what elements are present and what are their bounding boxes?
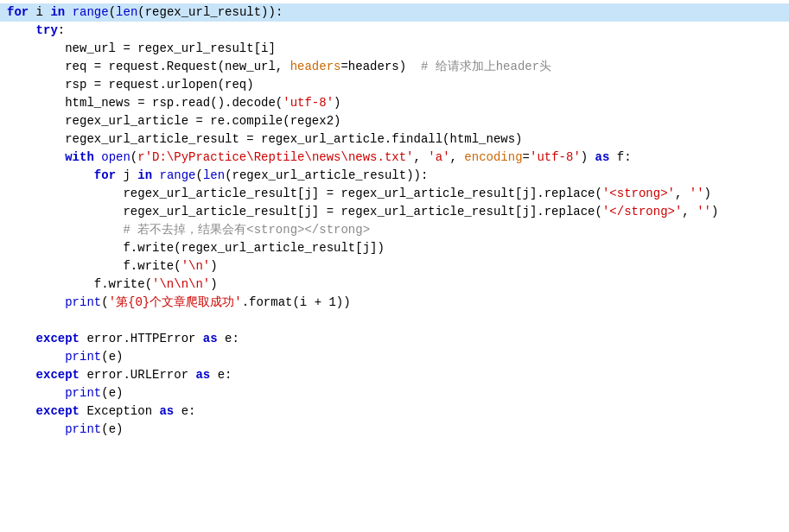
code-line-5: rsp = request.urlopen(req): [0, 76, 789, 94]
keyword-in2: in: [137, 167, 152, 185]
code-line-7: regex_url_article = re.compile(regex2): [0, 112, 789, 130]
builtin-len2: len: [203, 167, 225, 185]
code-line-22: print (e): [0, 384, 789, 402]
code-line-9: with open ( r'D:\PyPractice\Reptile\news…: [0, 149, 789, 167]
code-line-1: for i in range ( len (regex_url_result))…: [0, 3, 789, 22]
builtin-range: range: [73, 3, 109, 22]
code-editor: for i in range ( len (regex_url_result))…: [0, 0, 789, 532]
keyword-with: with: [65, 149, 94, 167]
keyword-for: for: [7, 3, 29, 22]
code-line-23: except Exception as e:: [0, 402, 789, 421]
keyword-as2: as: [195, 366, 210, 384]
builtin-range2: range: [159, 167, 195, 185]
builtin-print3: print: [65, 384, 101, 402]
keyword-except2: except: [36, 366, 80, 384]
keyword-except3: except: [36, 402, 80, 421]
code-line-3: new_url = regex_url_result[i]: [0, 40, 789, 58]
keyword-for2: for: [94, 167, 116, 185]
code-line-2: try :: [0, 22, 789, 40]
builtin-open: open: [101, 149, 130, 167]
code-line-18: [0, 312, 789, 330]
keyword-try: try: [36, 22, 58, 40]
code-line-24: print (e): [0, 421, 789, 439]
keyword-except1: except: [36, 330, 80, 348]
code-line-12: regex_url_article_result[j] = regex_url_…: [0, 203, 789, 221]
builtin-print4: print: [65, 421, 101, 439]
code-line-10: for j in range ( len (regex_url_article_…: [0, 167, 789, 185]
code-line-6: html_news = rsp.read().decode( 'utf-8' ): [0, 94, 789, 112]
code-line-13: # 若不去掉，结果会有<strong></strong>: [0, 221, 789, 239]
code-line-4: req = request.Request(new_url, headers =…: [0, 58, 789, 76]
keyword-as3: as: [159, 402, 174, 421]
builtin-print2: print: [65, 348, 101, 366]
code-line-11: regex_url_article_result[j] = regex_url_…: [0, 185, 789, 203]
code-line-8: regex_url_article_result = regex_url_art…: [0, 130, 789, 149]
code-line-15: f.write( '\n' ): [0, 257, 789, 276]
keyword-in: in: [50, 3, 65, 22]
code-line-21: except error.URLError as e:: [0, 366, 789, 384]
code-line-16: f.write( '\n\n\n' ): [0, 276, 789, 294]
code-line-19: except error.HTTPError as e:: [0, 330, 789, 348]
keyword-as1: as: [203, 330, 218, 348]
keyword-as: as: [595, 149, 610, 167]
code-line-20: print (e): [0, 348, 789, 366]
builtin-print: print: [65, 294, 101, 312]
code-line-14: f.write(regex_url_article_result[j]): [0, 239, 789, 257]
builtin-len: len: [116, 3, 137, 22]
code-line-17: print ( '第{0}个文章爬取成功' .format(i + 1)): [0, 294, 789, 312]
